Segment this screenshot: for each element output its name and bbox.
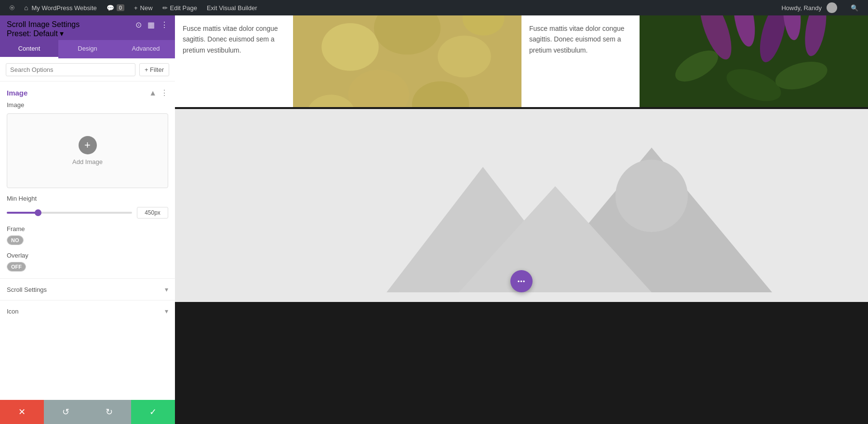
fab-button[interactable]: ••• — [510, 270, 533, 292]
new-button[interactable]: + New — [129, 0, 158, 15]
icon-section[interactable]: Icon ▾ — [0, 300, 175, 322]
frame-label: Frame — [7, 225, 168, 233]
section-menu-icon[interactable]: ⋮ — [160, 88, 168, 97]
comments-link[interactable]: 💬 0 — [102, 0, 129, 15]
exit-visual-builder-button[interactable]: Exit Visual Builder — [202, 0, 262, 15]
wp-logo[interactable]: W — [5, 0, 19, 15]
frame-toggle-row: Frame NO — [0, 225, 175, 252]
overlay-label: Overlay — [7, 252, 168, 259]
min-height-slider-row — [0, 205, 175, 225]
search-bar-icon[interactable]: 🔍 — [846, 0, 863, 15]
svg-point-3 — [321, 23, 379, 71]
card-text-2-content: Fusce mattis vitae dolor congue sagittis… — [529, 23, 632, 55]
redo-button[interactable]: ↻ — [88, 400, 132, 424]
module-title: Scroll Image Settings — [7, 20, 80, 29]
scroll-settings-section[interactable]: Scroll Settings ▾ — [0, 278, 175, 300]
sidebar-tabs: Content Design Advanced — [0, 40, 175, 58]
redo-icon: ↻ — [106, 407, 113, 417]
responsive-icon[interactable]: ⊙ — [135, 20, 142, 29]
save-icon: ✓ — [149, 407, 157, 417]
edit-page-button[interactable]: ✏ Edit Page — [158, 0, 202, 15]
howdy-label[interactable]: Howdy, Randy — [776, 0, 842, 15]
cards-row: Fusce mattis vitae dolor congue sagittis… — [175, 15, 868, 107]
overlay-toggle-row: Overlay OFF — [0, 252, 175, 278]
cancel-icon: ✕ — [18, 407, 26, 417]
fab-dots: ••• — [518, 278, 526, 285]
add-image-label: Add Image — [72, 158, 103, 165]
preset-arrow[interactable]: ▾ — [60, 29, 64, 38]
icon-section-arrow: ▾ — [165, 307, 168, 315]
sidebar-search: + Filter — [0, 58, 175, 82]
canvas-area: Fusce mattis vitae dolor congue sagittis… — [175, 15, 868, 424]
section-collapse-toggle[interactable]: ▲ — [149, 89, 157, 97]
scroll-settings-title: Scroll Settings — [7, 286, 47, 293]
sidebar: Scroll Image Settings Preset: Default ▾ … — [0, 15, 175, 424]
overlay-toggle-off[interactable]: OFF — [7, 262, 26, 271]
slider-thumb[interactable] — [35, 209, 41, 216]
scroll-image-section: ••• — [175, 109, 868, 302]
site-name[interactable]: ⌂ My WordPress Website — [19, 0, 102, 15]
slider-track — [7, 212, 132, 214]
tab-content[interactable]: Content — [0, 40, 58, 58]
icon-section-title: Icon — [7, 308, 19, 315]
min-height-label: Min Height — [0, 195, 175, 205]
add-image-circle-btn[interactable]: + — [79, 136, 97, 154]
image-section-header: Image ▲ ⋮ — [0, 82, 175, 101]
bottom-toolbar: ✕ ↺ ↻ ✓ — [0, 400, 175, 424]
card-text-1: Fusce mattis vitae dolor congue sagittis… — [175, 15, 293, 107]
comment-count: 0 — [117, 4, 124, 11]
section-header-actions: ▲ ⋮ — [149, 88, 168, 97]
sidebar-content: Image ▲ ⋮ Image + Add Image Min Height — [0, 82, 175, 400]
reset-button[interactable]: ↺ — [44, 400, 88, 424]
reset-icon: ↺ — [62, 407, 69, 417]
tab-design[interactable]: Design — [58, 40, 117, 58]
overlay-toggle[interactable]: OFF — [7, 262, 26, 272]
slider-fill — [7, 212, 38, 214]
card-text-2: Fusce mattis vitae dolor congue sagittis… — [521, 15, 640, 107]
preset-line: Preset: Default ▾ — [7, 29, 80, 38]
tab-advanced[interactable]: Advanced — [117, 40, 175, 58]
more-icon[interactable]: ⋮ — [160, 20, 168, 29]
save-button[interactable]: ✓ — [131, 400, 175, 424]
frame-toggle-off[interactable]: NO — [7, 236, 23, 245]
card-image-potato — [293, 15, 521, 107]
min-height-input[interactable] — [137, 207, 168, 219]
admin-bar-right: Howdy, Randy 🔍 — [776, 0, 863, 15]
cancel-button[interactable]: ✕ — [0, 400, 44, 424]
image-upload-area[interactable]: + Add Image — [7, 113, 168, 188]
search-input[interactable] — [6, 63, 135, 76]
plus-icon: + — [84, 139, 91, 151]
layout-icon[interactable]: ▦ — [147, 20, 155, 29]
frame-toggle[interactable]: NO — [7, 235, 24, 245]
card-image-pepper — [640, 15, 868, 107]
wp-admin-bar: W ⌂ My WordPress Website 💬 0 + New ✏ Edi… — [0, 0, 868, 15]
main-layout: Scroll Image Settings Preset: Default ▾ … — [0, 15, 868, 424]
svg-point-5 — [438, 36, 491, 78]
image-section-title: Image — [7, 89, 27, 97]
sidebar-top-icons: ⊙ ▦ ⋮ — [135, 20, 168, 29]
card-text-1-content: Fusce mattis vitae dolor congue sagittis… — [183, 23, 285, 55]
svg-text:W: W — [11, 6, 14, 9]
svg-point-26 — [615, 160, 688, 232]
filter-button[interactable]: + Filter — [139, 63, 169, 76]
scroll-settings-arrow: ▾ — [165, 286, 168, 293]
sidebar-header: Scroll Image Settings Preset: Default ▾ … — [0, 15, 175, 40]
image-field-label: Image — [0, 101, 175, 111]
